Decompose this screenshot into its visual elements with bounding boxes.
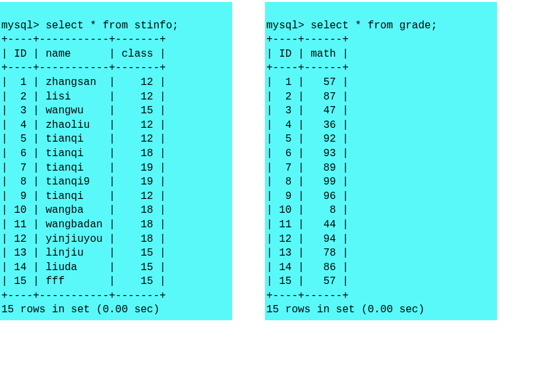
border-mid: +----+-----------+-------+: [1, 62, 166, 74]
table-row: | 4 | zhaoliu | 12 |: [1, 119, 166, 131]
table-row: | 2 | lisi | 12 |: [1, 91, 166, 103]
border-top: +----+------+: [266, 34, 349, 45]
table-row: | 11 | 44 |: [266, 219, 349, 231]
table-row: | 1 | zhangsan | 12 |: [1, 76, 166, 88]
table-row: | 14 | liuda | 15 |: [1, 262, 166, 273]
terminal-grade: mysql> select * from grade; +----+------…: [265, 2, 497, 320]
border-mid: +----+------+: [266, 62, 349, 74]
table-row: | 6 | tianqi | 18 |: [1, 148, 166, 159]
table-row: | 9 | 96 |: [266, 190, 349, 202]
border-bot: +----+-----------+-------+: [1, 290, 166, 302]
border-top: +----+-----------+-------+: [1, 34, 166, 45]
table-row: | 7 | 89 |: [266, 162, 349, 174]
table-row: | 7 | tianqi | 19 |: [1, 162, 166, 174]
table-row: | 3 | wangwu | 15 |: [1, 105, 166, 117]
terminal-stinfo: mysql> select * from stinfo; +----+-----…: [0, 2, 232, 320]
table-row: | 12 | 94 |: [266, 233, 349, 245]
table-row: | 15 | fff | 15 |: [1, 275, 166, 287]
query-line: mysql> select * from stinfo;: [1, 20, 179, 32]
table-row: | 2 | 87 |: [266, 91, 349, 103]
border-bot: +----+------+: [266, 290, 349, 302]
table-row: | 12 | yinjiuyou | 18 |: [1, 233, 166, 245]
table-row: | 5 | tianqi | 12 |: [1, 133, 166, 145]
table-row: | 3 | 47 |: [266, 105, 349, 117]
table-row: | 8 | tianqi9 | 19 |: [1, 176, 166, 188]
table-row: | 10 | wangba | 18 |: [1, 204, 166, 216]
table-row: | 13 | 78 |: [266, 247, 349, 259]
table-row: | 9 | tianqi | 12 |: [1, 190, 166, 202]
result-footer: 15 rows in set (0.00 sec): [1, 304, 160, 316]
table-row: | 11 | wangbadan | 18 |: [1, 219, 166, 231]
table-row: | 6 | 93 |: [266, 148, 349, 159]
table-row: | 4 | 36 |: [266, 119, 349, 131]
table-row: | 10 | 8 |: [266, 204, 349, 216]
table-row: | 5 | 92 |: [266, 133, 349, 145]
table-row: | 8 | 99 |: [266, 176, 349, 188]
table-row: | 14 | 86 |: [266, 262, 349, 273]
query-line: mysql> select * from grade;: [266, 20, 437, 32]
table-header: | ID | math |: [266, 48, 349, 60]
table-header: | ID | name | class |: [1, 48, 166, 60]
table-row: | 1 | 57 |: [266, 76, 349, 88]
table-row: | 13 | linjiu | 15 |: [1, 247, 166, 259]
table-row: | 15 | 57 |: [266, 275, 349, 287]
result-footer: 15 rows in set (0.00 sec): [266, 304, 425, 316]
